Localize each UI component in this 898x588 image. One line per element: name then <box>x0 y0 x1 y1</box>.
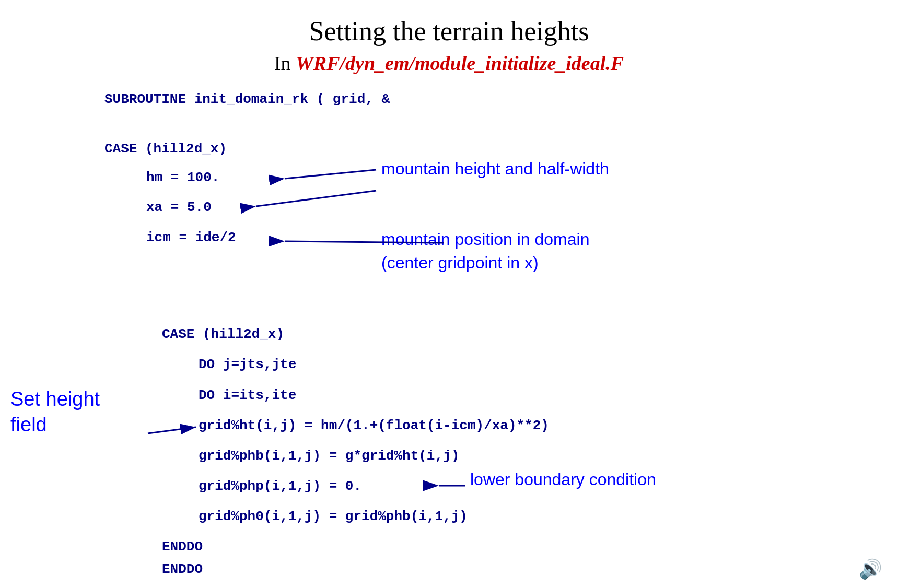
lower-boundary-annotation: lower boundary condition <box>470 470 656 489</box>
ht-line: grid%ht(i,j) = hm/(1.+(float(i-icm)/xa)*… <box>199 418 549 433</box>
do-j-line: DO j=jts,jte <box>199 357 296 372</box>
php-line: grid%php(i,1,j) = 0. <box>199 478 361 494</box>
svg-line-5 <box>148 427 196 433</box>
svg-line-2 <box>285 170 376 179</box>
hm-line: hm = 100. <box>146 170 219 185</box>
do-i-line: DO i=its,ite <box>199 387 296 403</box>
subtitle-path: WRF/dyn_em/module_initialize_ideal.F <box>296 52 624 74</box>
set-height-line1: Set height <box>10 386 100 412</box>
ph0-line: grid%ph0(i,1,j) = grid%phb(i,1,j) <box>199 509 468 524</box>
case1-label: CASE (hill2d_x) <box>104 141 227 157</box>
mountain-position-annotation-line1: mountain position in domain <box>381 230 589 249</box>
phb-line: grid%phb(i,1,j) = g*grid%ht(i,j) <box>199 448 459 464</box>
page-title: Setting the terrain heights <box>0 16 898 46</box>
speaker-icon[interactable]: 🔊 <box>859 558 882 580</box>
mountain-position-annotation-line2: (center gridpoint in x) <box>381 253 539 273</box>
subtitle: In WRF/dyn_em/module_initialize_ideal.F <box>0 52 898 75</box>
set-height-label: Set height field <box>10 386 100 438</box>
case2-label: CASE (hill2d_x) <box>162 326 284 342</box>
icm-line: icm = ide/2 <box>146 230 236 245</box>
enddo2: ENDDO <box>162 561 203 577</box>
xa-line: xa = 5.0 <box>146 199 212 215</box>
subtitle-prefix: In <box>274 52 296 74</box>
subroutine-line: SUBROUTINE init_domain_rk ( grid, & <box>104 91 390 107</box>
enddo1: ENDDO <box>162 539 203 555</box>
arrows-overlay <box>0 0 898 588</box>
svg-line-3 <box>256 191 376 206</box>
mountain-height-annotation: mountain height and half-width <box>381 159 609 179</box>
set-height-line2: field <box>10 412 100 438</box>
